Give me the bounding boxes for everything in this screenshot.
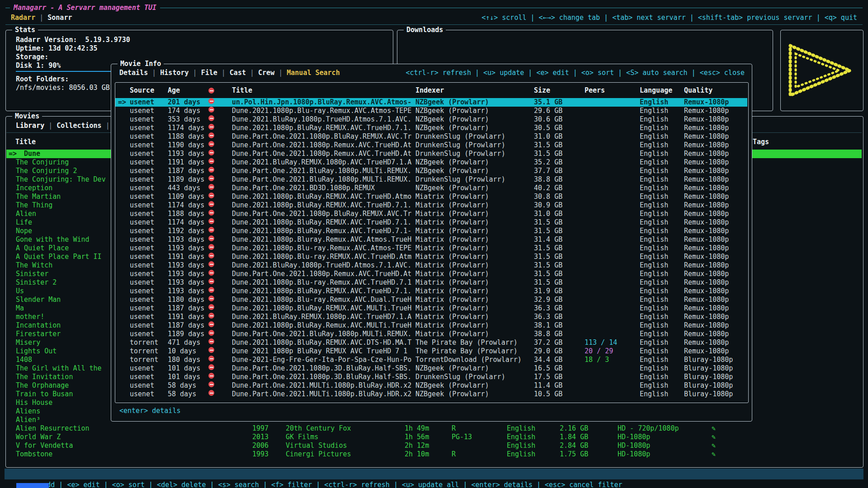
release-age: 101 days — [168, 364, 200, 373]
release-language: English — [640, 287, 668, 296]
release-row[interactable]: usenet1193 daysDune.2021.1080p.Blu-ray.R… — [115, 244, 747, 253]
movie-row[interactable]: Tombstone1993Cinergi Pictures2h 10mREngl… — [6, 450, 862, 459]
release-row[interactable]: usenet1192 daysDune.2021.1080p.BluRay.Re… — [115, 227, 747, 235]
rejected-icon — [208, 115, 214, 121]
release-row[interactable]: usenet58 daysDune.Part.One.2021.MULTi.10… — [115, 381, 747, 390]
release-language: English — [640, 278, 668, 287]
release-source: usenet — [130, 373, 154, 381]
tab-manual-search[interactable]: Manual Search — [287, 69, 340, 77]
release-source: usenet — [130, 287, 154, 296]
release-row[interactable]: usenet1193 daysDune.2021.1080p.BluRay.RE… — [115, 287, 747, 296]
release-row[interactable]: torrent180 daysDune-2021-Eng-Fre-Ger-Ita… — [115, 356, 747, 364]
release-quality: Remux-1080p — [684, 338, 729, 347]
release-indexer: Miatrix (Prowlarr) — [415, 287, 489, 296]
tab-details[interactable]: Details — [119, 69, 148, 77]
release-source: torrent — [130, 338, 158, 347]
release-row[interactable]: =>usenet201 daysun.Pol.Hin.Jpn.1080p.Blu… — [115, 98, 747, 107]
release-row[interactable]: usenet1187 daysDune.Part.One.2021.BluRay… — [115, 167, 747, 175]
tab-library[interactable]: Library — [16, 122, 44, 130]
tab-collections[interactable]: Collections — [57, 122, 101, 130]
release-row[interactable]: usenet1191 daysDune.2021.1080p.Blu-ray.R… — [115, 253, 747, 261]
release-row[interactable]: usenet1187 daysDune.2021.1080p.BluRay.RE… — [115, 304, 747, 313]
tab-history[interactable]: History — [160, 69, 189, 77]
release-row[interactable]: usenet1193 daysDune.2021.1080p.Bluray.Re… — [115, 235, 747, 244]
movie-row[interactable]: Alien Resurrection199720th Century Fox1h… — [6, 424, 862, 433]
release-row[interactable]: usenet174 daysDune.2021.1080p.Blu-ray.Re… — [115, 107, 747, 115]
release-row[interactable]: usenet1174 daysDune.2021.1080p.BluRay.RE… — [115, 124, 747, 132]
release-row[interactable]: usenet1193 daysDune.Part.One.2021.1080p.… — [115, 150, 747, 158]
release-row[interactable]: usenet1189 daysDune.Part.One.2021.BluRay… — [115, 330, 747, 338]
rejected-icon — [208, 330, 214, 336]
release-age: 1191 days — [168, 313, 204, 321]
release-language: English — [640, 356, 668, 364]
release-age: 1192 days — [168, 227, 204, 235]
release-row[interactable]: usenet1109 daysDune.2021.1080p.BluRay.RE… — [115, 192, 747, 201]
release-indexer: NZBgeek (Prowlarr) — [415, 364, 489, 373]
rejected-icon — [208, 287, 214, 293]
movie-row[interactable]: V for Vendetta2006Virtual Studios2h 12mE… — [6, 441, 862, 450]
release-age: 101 days — [168, 373, 200, 381]
release-language: English — [640, 115, 668, 124]
release-quality: Remux-1080p — [684, 218, 729, 227]
release-row[interactable]: torrent471 daysDune.2021.1080p.BluRay.RE… — [115, 338, 747, 347]
release-row[interactable]: usenet1191 daysDune.2021.BluRay.REMUX.10… — [115, 313, 747, 321]
radarr-version: Radarr Version: 5.19.3.9730 — [16, 36, 130, 44]
movie-rating: PG-13 — [452, 433, 472, 441]
release-row[interactable]: usenet1188 daysDune.Part.One.2021.1080p.… — [115, 210, 747, 218]
release-row[interactable]: usenet1190 daysDune.Part.One.2021.1080p.… — [115, 141, 747, 150]
movie-row[interactable]: World War Z2013GK Films1h 56mPG-13Englis… — [6, 433, 862, 441]
release-row[interactable]: usenet101 daysDune.Part.One.2021.1080p.3… — [115, 364, 747, 373]
release-row[interactable]: usenet1193 daysDune.2021.BluRay.1080p.Tr… — [115, 261, 747, 270]
tab-file[interactable]: File — [201, 69, 217, 77]
release-row[interactable]: usenet1193 daysDune.Part.One.2021.1080p.… — [115, 270, 747, 278]
release-row[interactable]: usenet1174 daysDune.2021.1080p.BluRay.RE… — [115, 201, 747, 210]
release-row[interactable]: usenet1193 daysDune.2021.1080p.Blu-ray.R… — [115, 278, 747, 287]
release-source: usenet — [130, 235, 154, 244]
release-row[interactable]: usenet58 daysDune.Part.One.2021.MULTi.10… — [115, 390, 747, 399]
release-title: Dune.2021.1080p.Blu-ray.REMUX.AVC.TrueHD… — [232, 253, 411, 261]
rejected-icon — [208, 381, 214, 387]
release-indexer: NZBgeek (Prowlarr) — [415, 98, 489, 107]
release-title: Dune.Part.One.2021.1080p.3D.BluRay.Half-… — [232, 373, 411, 381]
release-row[interactable]: usenet1191 daysDune.2021.BluRay.REMUX.10… — [115, 158, 747, 167]
disk-usage-label: Disk 1: 90% — [16, 61, 61, 70]
release-row[interactable]: usenet1189 daysDune.Part.One.2021.BluRay… — [115, 175, 747, 184]
movie-title: His House — [16, 399, 52, 407]
movie-size: 2.16 GB — [560, 424, 588, 433]
release-size: 37.7 GB — [534, 167, 562, 175]
tab-radarr[interactable]: Radarr — [11, 14, 35, 22]
movie-info-keybinds: <ctrl-r> refresh | <u> update | <e> edit… — [406, 69, 745, 77]
release-row[interactable]: usenet1180 daysDune.2021.1080p.Blu-ray.R… — [115, 296, 747, 304]
tab-cast[interactable]: Cast — [230, 69, 246, 77]
release-language: English — [640, 124, 668, 132]
release-row[interactable]: usenet443 daysDune.Part.One.2021.BD3D.10… — [115, 184, 747, 192]
tag-icon: ✎ — [712, 433, 716, 441]
movie-title: Alien — [16, 210, 36, 218]
release-row[interactable]: usenet1187 daysDune.2021.1080p.BluRay.Re… — [115, 321, 747, 330]
release-row[interactable]: usenet1188 daysDune.Part.One.2021.1080p.… — [115, 132, 747, 141]
release-indexer: Miatrix (Prowlarr) — [415, 313, 489, 321]
movie-quality: HD - 720p/1080p — [618, 424, 679, 433]
movie-runtime: 1h 49m — [405, 424, 429, 433]
release-indexer: Miatrix (Prowlarr) — [415, 192, 489, 201]
release-age: 1191 days — [168, 253, 204, 261]
release-row[interactable]: usenet1174 daysDune.2021.1080p.BluRay.RE… — [115, 218, 747, 227]
release-age: 1174 days — [168, 201, 204, 210]
release-row[interactable]: usenet101 daysDune.Part.One.2021.1080p.3… — [115, 373, 747, 381]
release-size: 31.4 GB — [534, 235, 562, 244]
release-row[interactable]: usenet353 daysDune.2021.BluRay.1080p.Tru… — [115, 115, 747, 124]
stats-panel-title: Stats — [12, 26, 38, 34]
rejected-icon — [208, 192, 214, 198]
release-language: English — [640, 296, 668, 304]
release-size: 29.0 GB — [534, 347, 562, 356]
release-source: usenet — [130, 141, 154, 150]
release-age: 1191 days — [168, 158, 204, 167]
tab-sonarr[interactable]: Sonarr — [47, 14, 72, 22]
movies-tabs: Library | Collections | — [16, 122, 110, 130]
release-age: 1193 days — [168, 150, 204, 158]
movie-quality: HD-1080p — [618, 441, 650, 450]
rejected-icon — [208, 227, 214, 233]
tab-crew[interactable]: Crew — [258, 69, 274, 77]
release-age: 353 days — [168, 115, 200, 124]
release-row[interactable]: torrent10 daysDune 2021 1080p BluRay REM… — [115, 347, 747, 356]
